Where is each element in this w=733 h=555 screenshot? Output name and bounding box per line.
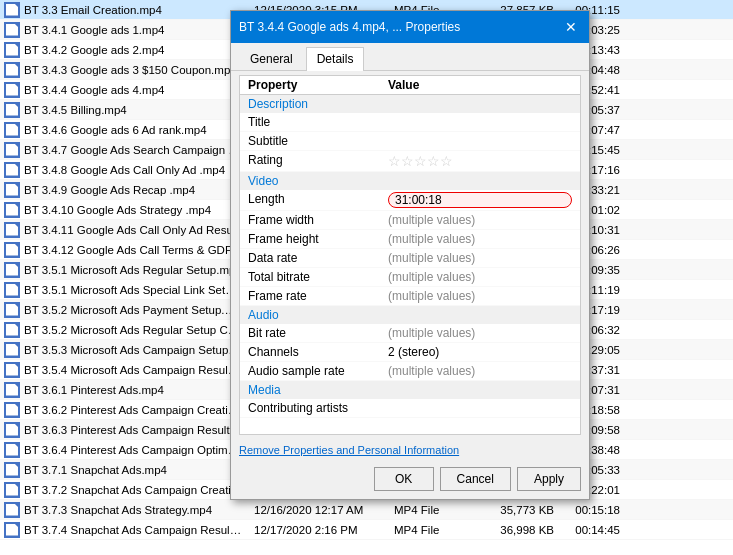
file-icon [4,162,20,178]
file-name: BT 3.4.9 Google Ads Recap .mp4 [24,184,254,196]
props-section-header: Description [240,95,580,113]
tab-details[interactable]: Details [306,47,365,71]
ok-button[interactable]: OK [374,467,434,491]
file-icon [4,62,20,78]
file-icon [4,302,20,318]
file-date: 12/17/2020 2:16 PM [254,524,394,536]
file-icon [4,522,20,538]
file-name: BT 3.7.3 Snapchat Ads Strategy.mp4 [24,504,254,516]
prop-value-multiple: (multiple values) [388,251,572,265]
file-list-row[interactable]: BT 3.7.4 Snapchat Ads Campaign Resul… 12… [0,520,733,540]
file-name: BT 3.4.8 Google Ads Call Only Ad .mp4 [24,164,254,176]
file-icon [4,262,20,278]
prop-value-multiple: (multiple values) [388,270,572,284]
header-property: Property [248,78,388,92]
file-name: BT 3.4.4 Google ads 4.mp4 [24,84,254,96]
prop-name: Frame height [248,232,388,246]
file-name: BT 3.5.2 Microsoft Ads Regular Setup C… [24,324,254,336]
file-icon [4,182,20,198]
file-icon [4,482,20,498]
prop-name: Frame width [248,213,388,227]
file-icon [4,142,20,158]
file-name: BT 3.4.7 Google Ads Search Campaign … [24,144,254,156]
file-name: BT 3.7.2 Snapchat Ads Campaign Creati… [24,484,254,496]
file-name: BT 3.7.4 Snapchat Ads Campaign Resul… [24,524,254,536]
file-icon [4,342,20,358]
file-date: 12/16/2020 12:17 AM [254,504,394,516]
prop-row: Frame rate (multiple values) [240,287,580,306]
props-section-header: Audio [240,306,580,324]
rating-stars[interactable]: ☆☆☆☆☆ [388,153,453,169]
file-icon [4,442,20,458]
apply-button[interactable]: Apply [517,467,581,491]
file-name: BT 3.4.3 Google ads 3 $150 Coupon.mp4 [24,64,254,76]
file-icon [4,382,20,398]
file-icon [4,2,20,18]
props-section-header: Video [240,172,580,190]
file-type: MP4 File [394,504,474,516]
file-size: 35,773 KB [474,504,554,516]
dialog-title: BT 3.4.4 Google ads 4.mp4, ... Propertie… [239,20,561,34]
prop-name: Contributing artists [248,401,388,415]
header-value: Value [388,78,572,92]
prop-name: Audio sample rate [248,364,388,378]
prop-value [388,134,572,148]
file-icon [4,122,20,138]
prop-name: Title [248,115,388,129]
tab-general[interactable]: General [239,47,304,70]
dialog-buttons: OK Cancel Apply [231,459,589,499]
prop-row: Length 31:00:18 [240,190,580,211]
prop-name: Channels [248,345,388,359]
cancel-button[interactable]: Cancel [440,467,511,491]
file-icon [4,222,20,238]
file-name: BT 3.5.1 Microsoft Ads Special Link Set… [24,284,254,296]
dialog-close-button[interactable]: ✕ [561,17,581,37]
file-icon [4,322,20,338]
file-icon [4,422,20,438]
prop-value [388,115,572,129]
file-name: BT 3.6.2 Pinterest Ads Campaign Creati… [24,404,254,416]
file-name: BT 3.4.5 Billing.mp4 [24,104,254,116]
prop-name: Rating [248,153,388,169]
file-list-row[interactable]: BT 3.7.3 Snapchat Ads Strategy.mp4 12/16… [0,500,733,520]
props-section-header: Media [240,381,580,399]
file-icon [4,102,20,118]
file-name: BT 3.6.3 Pinterest Ads Campaign Result… [24,424,254,436]
prop-name: Data rate [248,251,388,265]
dialog-content[interactable]: Property Value Description Title Subtitl… [239,75,581,435]
prop-row: Audio sample rate (multiple values) [240,362,580,381]
prop-row: Frame width (multiple values) [240,211,580,230]
prop-name: Frame rate [248,289,388,303]
file-name: BT 3.5.4 Microsoft Ads Campaign Resul… [24,364,254,376]
file-name: BT 3.5.2 Microsoft Ads Payment Setup.… [24,304,254,316]
file-name: BT 3.4.6 Google ads 6 Ad rank.mp4 [24,124,254,136]
prop-name: Length [248,192,388,208]
file-icon [4,42,20,58]
prop-value-multiple: (multiple values) [388,326,572,340]
file-name: BT 3.6.1 Pinterest Ads.mp4 [24,384,254,396]
file-name: BT 3.5.1 Microsoft Ads Regular Setup.mp… [24,264,254,276]
prop-row: Contributing artists [240,399,580,418]
file-name: BT 3.4.11 Google Ads Call Only Ad Resu… [24,224,254,236]
prop-value [388,401,572,415]
file-name: BT 3.4.1 Google ads 1.mp4 [24,24,254,36]
file-size: 36,998 KB [474,524,554,536]
prop-row: Channels 2 (stereo) [240,343,580,362]
file-name: BT 3.4.12 Google Ads Call Terms & GDP… [24,244,254,256]
prop-row: Total bitrate (multiple values) [240,268,580,287]
file-duration: 00:15:18 [554,504,624,516]
file-name: BT 3.6.4 Pinterest Ads Campaign Optim… [24,444,254,456]
prop-row: Subtitle [240,132,580,151]
prop-row: Frame height (multiple values) [240,230,580,249]
file-name: BT 3.4.10 Google Ads Strategy .mp4 [24,204,254,216]
prop-row: Data rate (multiple values) [240,249,580,268]
prop-value-multiple: (multiple values) [388,364,572,378]
prop-row: Bit rate (multiple values) [240,324,580,343]
prop-name: Subtitle [248,134,388,148]
prop-row: Rating ☆☆☆☆☆ [240,151,580,172]
file-icon [4,82,20,98]
remove-properties-link[interactable]: Remove Properties and Personal Informati… [239,444,459,456]
prop-value-multiple: (multiple values) [388,289,572,303]
prop-value-multiple: (multiple values) [388,232,572,246]
file-icon [4,282,20,298]
